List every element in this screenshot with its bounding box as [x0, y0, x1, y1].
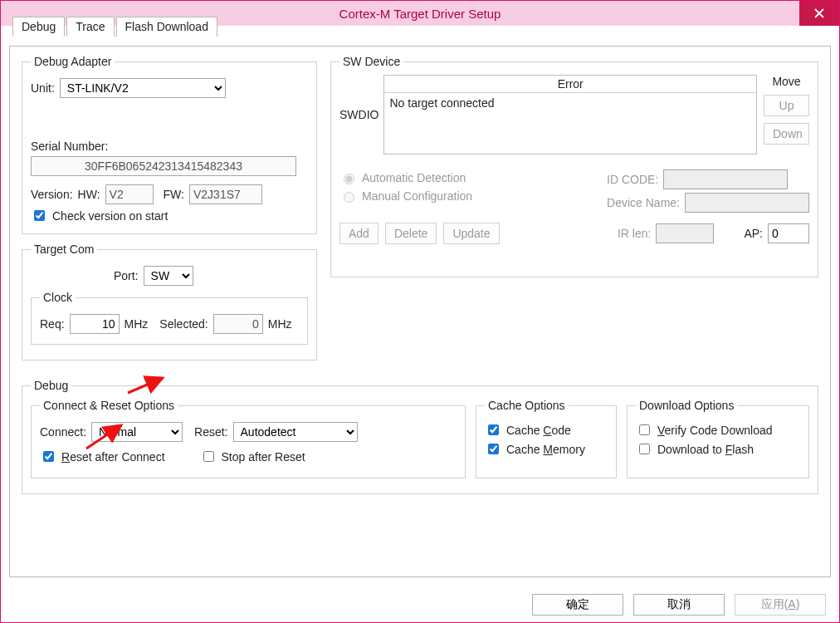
delete-button[interactable]: Delete [385, 223, 437, 244]
dialog-footer: 确定 取消 应用(A) [532, 594, 826, 616]
dialog-body: Debug Trace Flash Download Debug Adapter… [1, 26, 839, 586]
verify-checkbox[interactable]: Verify Code Download [636, 422, 800, 438]
port-combo[interactable]: SW [144, 266, 193, 286]
idcode-field [663, 169, 788, 189]
clock-group: Clock Req: MHz Selected: MHz [31, 291, 308, 345]
irlen-label: IR len: [618, 227, 651, 240]
add-button[interactable]: Add [339, 223, 378, 244]
up-button[interactable]: Up [764, 95, 809, 116]
devicename-field [685, 193, 809, 213]
tab-debug[interactable]: Debug [12, 17, 65, 37]
sw-device-legend: SW Device [339, 55, 403, 68]
irlen-field [656, 223, 714, 243]
ok-button[interactable]: 确定 [532, 594, 623, 616]
cancel-button[interactable]: 取消 [633, 594, 725, 616]
tab-trace[interactable]: Trace [66, 17, 114, 37]
manual-config-radio[interactable]: Manual Configuration [339, 189, 472, 203]
hw-label: HW: [78, 188, 100, 201]
connect-label: Connect: [40, 425, 86, 439]
apply-button[interactable]: 应用(A) [735, 594, 826, 616]
selected-mhz: MHz [268, 317, 292, 331]
move-label: Move [764, 75, 809, 88]
clock-legend: Clock [40, 291, 76, 304]
debug-legend: Debug [31, 379, 71, 392]
check-version-input[interactable] [34, 210, 45, 221]
debug-options-group: Debug Connect & Reset Options Connect: N… [22, 379, 818, 494]
sw-device-group: SW Device SWDIO Error No target connecte… [330, 55, 818, 277]
ap-label: AP: [744, 227, 763, 240]
unit-label: Unit: [31, 81, 55, 95]
stop-after-checkbox[interactable]: Stop after Reset [200, 449, 305, 464]
fw-label: FW: [164, 188, 184, 201]
connect-reset-legend: Connect & Reset Options [40, 399, 178, 412]
cache-code-checkbox[interactable]: Cache Code [485, 422, 608, 438]
connect-reset-group: Connect & Reset Options Connect: Normal … [31, 399, 466, 478]
version-label: Version: [31, 188, 73, 201]
serial-number-field [31, 156, 296, 176]
hw-field [105, 184, 154, 204]
update-button[interactable]: Update [443, 223, 499, 244]
tab-panel-debug: Debug Adapter Unit: ST-LINK/V2 Serial Nu… [9, 46, 831, 577]
cache-options-group: Cache Options Cache Code Cache Memory [476, 399, 617, 478]
reset-combo[interactable]: Autodetect [233, 422, 358, 442]
selected-label: Selected: [159, 317, 208, 331]
req-field[interactable] [70, 314, 120, 334]
cache-legend: Cache Options [485, 399, 569, 412]
debug-adapter-group: Debug Adapter Unit: ST-LINK/V2 Serial Nu… [22, 55, 317, 234]
swdio-label: SWDIO [339, 108, 378, 121]
auto-detect-radio[interactable]: Automatic Detection [339, 171, 472, 184]
check-version-checkbox[interactable]: Check version on start [31, 208, 308, 223]
tab-flash-download[interactable]: Flash Download [116, 17, 217, 37]
sw-error-body: No target connected [384, 93, 756, 154]
serial-label: Serial Number: [31, 140, 108, 153]
selected-field [213, 314, 263, 334]
devicename-label: Device Name: [607, 196, 680, 209]
reset-label: Reset: [194, 425, 227, 439]
download-legend: Download Options [636, 399, 737, 412]
reset-after-checkbox[interactable]: Reset after Connect [40, 449, 165, 464]
target-com-group: Target Com Port: SW Clock Req: [22, 243, 317, 361]
idcode-label: ID CODE: [607, 173, 658, 186]
connect-combo[interactable]: Normal [91, 422, 183, 442]
download-flash-checkbox[interactable]: Download to Flash [636, 441, 800, 457]
download-options-group: Download Options Verify Code Download Do… [627, 399, 809, 478]
tab-strip: Debug Trace Flash Download [12, 16, 831, 36]
ap-field[interactable] [768, 223, 809, 243]
target-driver-setup-window: Cortex-M Target Driver Setup Debug Trace… [0, 0, 840, 623]
unit-combo[interactable]: ST-LINK/V2 [60, 78, 226, 98]
sw-device-table[interactable]: Error No target connected [383, 75, 757, 155]
down-button[interactable]: Down [764, 123, 809, 145]
sw-error-header: Error [384, 76, 756, 93]
debug-adapter-legend: Debug Adapter [31, 55, 115, 68]
req-label: Req: [40, 317, 65, 331]
port-label: Port: [114, 269, 139, 282]
req-mhz: MHz [125, 317, 149, 331]
fw-field [189, 184, 262, 204]
target-com-legend: Target Com [31, 243, 97, 256]
cache-memory-checkbox[interactable]: Cache Memory [485, 441, 608, 457]
